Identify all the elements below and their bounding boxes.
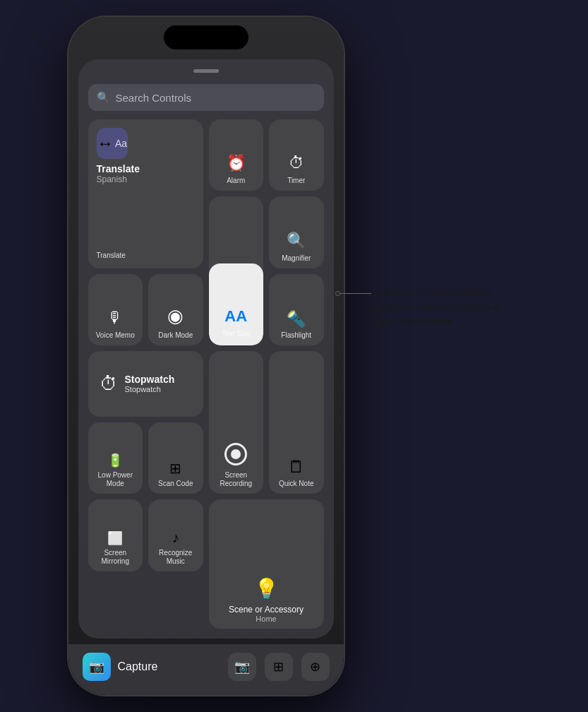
search-icon: 🔍 (97, 91, 110, 104)
text-size-label: Text Size (222, 330, 251, 338)
capture-app-name: Capture (118, 660, 158, 673)
callout-circle (335, 291, 340, 296)
alarm-icon: ⏰ (227, 154, 246, 172)
screen-recording-button[interactable]: Screen Recording (209, 351, 264, 494)
screen-recording-label: Screen Recording (213, 471, 260, 488)
stopwatch-button[interactable]: ⏱ Stopwatch Stopwatch (88, 351, 203, 417)
text-size-aa-icon: AA (224, 307, 247, 326)
annotation-text: Коснитесь, чтобы добавить параметр «Запи… (372, 285, 513, 330)
scene-label: Scene or Accessory (229, 605, 304, 615)
phone-screen: 🔍 Search Controls ↔ Aa Translate Sp (68, 17, 344, 695)
quick-note-icon: 🗒 (288, 457, 305, 477)
bottom-scan-icon[interactable]: ⊞ (265, 653, 293, 681)
timer-icon: ⏱ (289, 154, 304, 172)
bottom-quick-icons: 📷 ⊞ ⊕ (228, 653, 344, 681)
scan-code-label: Scan Code (158, 480, 193, 488)
translate-button[interactable]: ↔ Aa Translate Spanish Translate (88, 119, 203, 268)
screen-mirror-label: Screen Mirroring (92, 549, 139, 566)
annotation-callout: Коснитесь, чтобы добавить параметр «Запи… (372, 285, 513, 330)
translate-label: Translate (97, 251, 126, 260)
alarm-button[interactable]: ⏰ Alarm (209, 119, 264, 191)
control-panel: 🔍 Search Controls ↔ Aa Translate Sp (78, 59, 334, 639)
bottom-add-icon[interactable]: ⊕ (301, 653, 330, 681)
translate-subtitle: Spanish (97, 174, 127, 184)
screen-mirror-icon: ⬜ (107, 530, 123, 546)
text-size-button[interactable]: AA Text Size (209, 196, 264, 345)
timer-label: Timer (287, 177, 305, 185)
dynamic-island (164, 25, 248, 49)
translate-title: Translate (97, 163, 140, 174)
magnifier-label: Magnifier (282, 254, 311, 263)
voice-memo-button[interactable]: 🎙 Voice Memo (88, 274, 143, 345)
dark-mode-icon: ◉ (167, 305, 184, 327)
callout-connector (335, 291, 371, 296)
recognize-music-label: Recognize Music (152, 549, 199, 566)
stopwatch-title: Stopwatch (125, 374, 175, 385)
scene-accessory-button[interactable]: 💡 Scene or Accessory Home (209, 499, 324, 629)
drag-indicator (193, 69, 219, 73)
screen-mirroring-button[interactable]: ⬜ Screen Mirroring (88, 499, 143, 571)
dark-mode-button[interactable]: ◉ Dark Mode (148, 274, 203, 345)
dark-mode-label: Dark Mode (158, 331, 193, 340)
voice-memo-icon: 🎙 (107, 309, 123, 327)
low-power-button[interactable]: 🔋 Low Power Mode (88, 422, 143, 494)
voice-memo-label: Voice Memo (96, 331, 135, 340)
screen-rec-inner (231, 449, 241, 459)
scan-code-icon: ⊞ (169, 460, 181, 477)
callout-line (340, 293, 371, 294)
stopwatch-icon: ⏱ (100, 373, 118, 395)
recognize-music-button[interactable]: ♪ Recognize Music (148, 499, 203, 571)
bottom-bar: 📷 Capture 📷 ⊞ ⊕ (68, 644, 344, 695)
phone-frame: 🔍 Search Controls ↔ Aa Translate Sp (68, 17, 344, 695)
recognize-music-icon: ♪ (172, 530, 179, 546)
translate-icon: ↔ Aa (97, 128, 128, 159)
low-power-label: Low Power Mode (92, 471, 139, 488)
screen-rec-dot (224, 443, 247, 465)
low-power-icon: 🔋 (107, 453, 123, 468)
magnifier-icon: 🔍 (287, 232, 306, 250)
capture-app-icon[interactable]: 📷 (83, 653, 111, 681)
stopwatch-info: Stopwatch Stopwatch (125, 374, 175, 393)
scene-light-icon: 💡 (254, 577, 279, 600)
quick-note-button[interactable]: 🗒 Quick Note (269, 351, 324, 494)
quick-note-label: Quick Note (279, 480, 313, 488)
callout-connector-area: Коснитесь, чтобы добавить параметр «Запи… (372, 285, 513, 330)
capture-app-row: 📷 Capture (68, 653, 228, 681)
search-bar[interactable]: 🔍 Search Controls (88, 84, 324, 111)
flashlight-button[interactable]: 🔦 Flashlight (269, 274, 324, 345)
scan-code-button[interactable]: ⊞ Scan Code (148, 422, 203, 494)
flashlight-label: Flashlight (281, 331, 311, 340)
scene-sublabel: Home (256, 615, 276, 623)
magnifier-button[interactable]: 🔍 Magnifier (269, 196, 324, 268)
controls-grid: ↔ Aa Translate Spanish Translate ⏰ Alarm (88, 119, 324, 629)
stopwatch-label-bottom: Stopwatch (125, 385, 161, 393)
alarm-label: Alarm (227, 177, 245, 185)
flashlight-icon: 🔦 (287, 310, 306, 328)
bottom-camera-icon[interactable]: 📷 (228, 653, 256, 681)
search-placeholder: Search Controls (116, 92, 192, 104)
timer-button[interactable]: ⏱ Timer (269, 119, 324, 191)
